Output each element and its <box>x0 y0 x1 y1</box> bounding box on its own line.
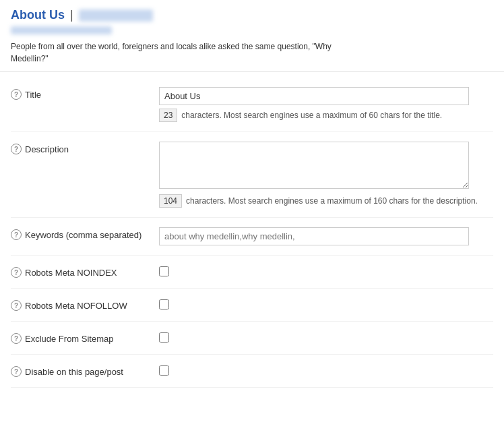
breadcrumb-blur <box>79 9 153 22</box>
page-title: About Us <box>11 8 65 22</box>
page-header: About Us | People from all over the worl… <box>0 0 504 72</box>
disable-help-icon[interactable]: ? <box>11 366 22 377</box>
nofollow-checkbox[interactable] <box>159 299 169 309</box>
description-input[interactable] <box>159 142 469 189</box>
title-char-note: characters. Most search engines use a ma… <box>181 111 442 120</box>
keywords-help-icon[interactable]: ? <box>11 229 22 240</box>
page-title-row: About Us | <box>11 8 493 22</box>
keywords-label-col: ? Keywords (comma separated) <box>11 227 159 240</box>
description-help-icon[interactable]: ? <box>11 144 22 154</box>
title-separator: | <box>70 8 73 22</box>
noindex-field-col <box>159 265 493 278</box>
keywords-row: ? Keywords (comma separated) <box>11 218 493 256</box>
description-row: ? Description 104 characters. Most searc… <box>11 132 493 218</box>
disable-checkbox[interactable] <box>159 365 169 376</box>
title-input[interactable] <box>159 87 469 105</box>
exclude-sitemap-field-col <box>159 331 493 345</box>
exclude-sitemap-help-icon[interactable]: ? <box>11 333 22 344</box>
title-label-col: ? Title <box>11 87 159 100</box>
nofollow-label: Robots Meta NOFOLLOW <box>25 301 127 311</box>
url-blur <box>11 26 112 34</box>
title-help-icon[interactable]: ? <box>11 89 22 100</box>
noindex-help-icon[interactable]: ? <box>11 267 22 278</box>
description-char-count: 104 <box>159 194 182 208</box>
nofollow-help-icon[interactable]: ? <box>11 300 22 311</box>
description-char-row: 104 characters. Most search engines use … <box>159 194 493 208</box>
keywords-field-col <box>159 227 493 245</box>
title-label: Title <box>25 90 41 100</box>
disable-field-col <box>159 364 493 378</box>
exclude-sitemap-label-col: ? Exclude From Sitemap <box>11 331 159 344</box>
keywords-input[interactable] <box>159 227 469 245</box>
description-label-col: ? Description <box>11 142 159 154</box>
nofollow-field-col <box>159 298 493 312</box>
exclude-sitemap-checkbox[interactable] <box>159 332 169 343</box>
disable-label: Disable on this page/post <box>25 367 123 377</box>
title-char-count: 23 <box>159 109 177 122</box>
description-field-col: 104 characters. Most search engines use … <box>159 142 493 208</box>
exclude-sitemap-label: Exclude From Sitemap <box>25 334 114 344</box>
description-char-note: characters. Most search engines use a ma… <box>186 196 478 206</box>
disable-label-col: ? Disable on this page/post <box>11 364 159 377</box>
seo-form: ? Title 23 characters. Most search engin… <box>0 72 504 393</box>
noindex-checkbox[interactable] <box>159 266 169 276</box>
keywords-label: Keywords (comma separated) <box>25 230 141 240</box>
noindex-row: ? Robots Meta NOINDEX <box>11 256 493 289</box>
nofollow-label-col: ? Robots Meta NOFOLLOW <box>11 298 159 311</box>
title-row: ? Title 23 characters. Most search engin… <box>11 78 493 132</box>
disable-row: ? Disable on this page/post <box>11 355 493 388</box>
page-excerpt: People from all over the world, foreigne… <box>11 40 334 65</box>
description-label: Description <box>25 144 69 154</box>
noindex-label-col: ? Robots Meta NOINDEX <box>11 265 159 278</box>
noindex-label: Robots Meta NOINDEX <box>25 268 117 278</box>
title-char-row: 23 characters. Most search engines use a… <box>159 109 493 122</box>
exclude-sitemap-row: ? Exclude From Sitemap <box>11 322 493 355</box>
title-field-col: 23 characters. Most search engines use a… <box>159 87 493 122</box>
nofollow-row: ? Robots Meta NOFOLLOW <box>11 289 493 322</box>
